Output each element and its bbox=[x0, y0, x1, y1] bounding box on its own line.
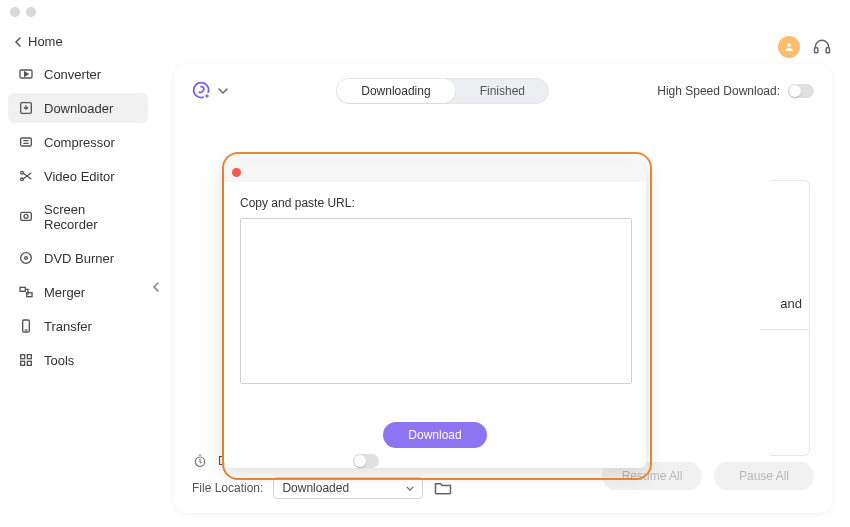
tab-finished[interactable]: Finished bbox=[456, 78, 549, 104]
svg-point-6 bbox=[24, 214, 28, 218]
chevron-down-icon bbox=[406, 486, 414, 491]
tab-group: Downloading Finished bbox=[336, 78, 549, 104]
sidebar-item-dvd-burner[interactable]: DVD Burner bbox=[8, 243, 148, 273]
svg-point-8 bbox=[25, 257, 28, 260]
traffic-light-dot bbox=[26, 7, 36, 17]
url-input[interactable] bbox=[240, 218, 632, 384]
merger-icon bbox=[18, 284, 34, 300]
high-speed-label: High Speed Download: bbox=[657, 84, 780, 98]
sidebar-item-downloader[interactable]: Downloader bbox=[8, 93, 148, 123]
downloader-card: Downloading Finished High Speed Download… bbox=[174, 64, 832, 513]
tab-label: Downloading bbox=[361, 84, 430, 98]
svg-rect-14 bbox=[21, 361, 25, 365]
add-url-button[interactable] bbox=[192, 81, 212, 101]
sidebar-item-label: Compressor bbox=[44, 135, 115, 150]
timer-icon bbox=[192, 453, 208, 469]
button-label: Resume All bbox=[622, 469, 683, 483]
app-header bbox=[174, 36, 832, 64]
downloader-icon bbox=[18, 100, 34, 116]
sidebar-item-label: Tools bbox=[44, 353, 74, 368]
chevron-down-icon[interactable] bbox=[218, 86, 228, 96]
home-button[interactable]: Home bbox=[8, 30, 148, 59]
traffic-light-dot bbox=[10, 7, 20, 17]
sidebar-item-label: Video Editor bbox=[44, 169, 115, 184]
background-panel bbox=[770, 180, 810, 456]
scissors-icon bbox=[18, 168, 34, 184]
chevron-left-icon bbox=[14, 37, 22, 47]
link-plus-icon bbox=[192, 81, 212, 101]
sidebar: Home Converter Downloader Compressor Vid… bbox=[0, 24, 156, 527]
svg-point-16 bbox=[787, 43, 791, 47]
pause-all-button[interactable]: Pause All bbox=[714, 462, 814, 490]
sidebar-item-tools[interactable]: Tools bbox=[8, 345, 148, 375]
svg-rect-9 bbox=[20, 287, 25, 291]
headset-icon bbox=[812, 37, 832, 57]
transfer-icon bbox=[18, 318, 34, 334]
converter-icon bbox=[18, 66, 34, 82]
svg-point-7 bbox=[21, 253, 32, 264]
svg-point-3 bbox=[21, 171, 24, 174]
dialog-titlebar bbox=[224, 162, 646, 182]
sidebar-item-converter[interactable]: Converter bbox=[8, 59, 148, 89]
recorder-icon bbox=[18, 209, 34, 225]
background-text-fragment: and bbox=[780, 296, 802, 311]
convert-toggle[interactable] bbox=[353, 454, 379, 468]
user-icon bbox=[783, 41, 795, 53]
svg-rect-15 bbox=[27, 361, 31, 365]
select-value: Downloaded bbox=[282, 481, 349, 495]
paste-url-dialog: Copy and paste URL: Download bbox=[224, 162, 646, 468]
sidebar-item-label: Screen Recorder bbox=[44, 202, 138, 232]
svg-rect-17 bbox=[815, 48, 818, 53]
open-folder-button[interactable] bbox=[433, 478, 453, 498]
tools-icon bbox=[18, 352, 34, 368]
close-icon[interactable] bbox=[232, 168, 241, 177]
file-location-label: File Location: bbox=[192, 481, 263, 495]
button-label: Pause All bbox=[739, 469, 789, 483]
sidebar-item-screen-recorder[interactable]: Screen Recorder bbox=[8, 195, 148, 239]
window-titlebar bbox=[0, 0, 850, 24]
sidebar-item-video-editor[interactable]: Video Editor bbox=[8, 161, 148, 191]
svg-point-4 bbox=[21, 178, 24, 181]
file-location-select[interactable]: Downloaded bbox=[273, 477, 423, 499]
home-label: Home bbox=[28, 34, 63, 49]
svg-rect-12 bbox=[21, 355, 25, 359]
svg-rect-2 bbox=[21, 138, 32, 146]
high-speed-toggle[interactable] bbox=[788, 84, 814, 98]
tab-downloading[interactable]: Downloading bbox=[337, 79, 454, 103]
support-button[interactable] bbox=[812, 37, 832, 57]
svg-rect-18 bbox=[826, 48, 829, 53]
url-input-label: Copy and paste URL: bbox=[240, 196, 630, 210]
sidebar-item-label: Merger bbox=[44, 285, 85, 300]
svg-rect-5 bbox=[21, 212, 32, 220]
avatar[interactable] bbox=[778, 36, 800, 58]
sidebar-item-label: Downloader bbox=[44, 101, 113, 116]
button-label: Download bbox=[408, 428, 461, 442]
sidebar-item-label: DVD Burner bbox=[44, 251, 114, 266]
sidebar-item-compressor[interactable]: Compressor bbox=[8, 127, 148, 157]
download-button[interactable]: Download bbox=[383, 422, 487, 448]
sidebar-item-label: Converter bbox=[44, 67, 101, 82]
sidebar-item-label: Transfer bbox=[44, 319, 92, 334]
sidebar-item-transfer[interactable]: Transfer bbox=[8, 311, 148, 341]
folder-icon bbox=[433, 478, 453, 498]
svg-rect-13 bbox=[27, 355, 31, 359]
compressor-icon bbox=[18, 134, 34, 150]
disc-icon bbox=[18, 250, 34, 266]
sidebar-item-merger[interactable]: Merger bbox=[8, 277, 148, 307]
tab-label: Finished bbox=[480, 84, 525, 98]
